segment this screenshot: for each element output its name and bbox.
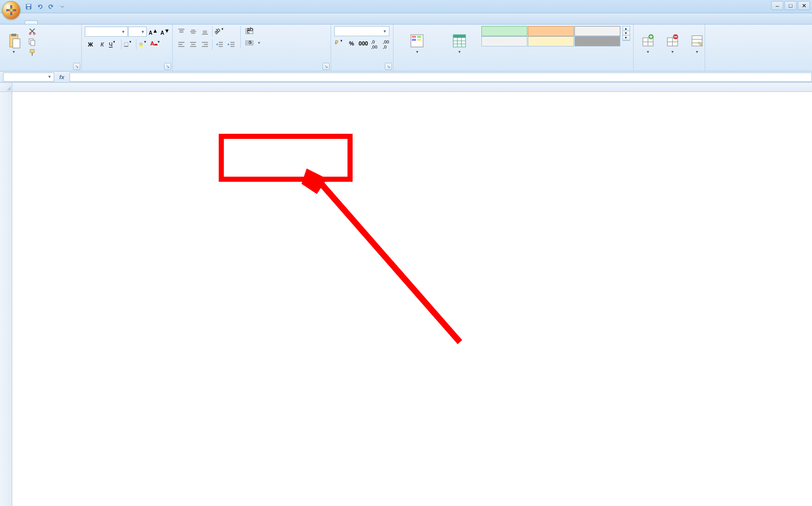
tab-insert[interactable] bbox=[38, 21, 50, 24]
insert-cells-button[interactable]: ▼ bbox=[637, 26, 659, 60]
svg-rect-11 bbox=[32, 53, 33, 56]
style-input[interactable] bbox=[528, 26, 574, 36]
group-clipboard: ▼ ↘ bbox=[0, 25, 82, 71]
align-middle-icon[interactable] bbox=[188, 26, 199, 37]
delete-cells-button[interactable]: ▼ bbox=[661, 26, 684, 60]
style-output[interactable] bbox=[574, 26, 620, 36]
cut-button[interactable] bbox=[27, 26, 39, 36]
align-left-icon[interactable] bbox=[176, 39, 187, 50]
number-dialog-icon[interactable]: ↘ bbox=[385, 63, 392, 70]
qat-more-icon[interactable] bbox=[57, 2, 67, 12]
svg-rect-47 bbox=[412, 39, 416, 41]
paste-button[interactable]: ▼ bbox=[3, 26, 25, 60]
group-cells: ▼ ▼ ▼ bbox=[634, 25, 705, 71]
group-font: ▼ ▼ A▲ A▼ Ж К Ч▼ ▼ ▼ A▼ ↘ bbox=[82, 25, 173, 71]
svg-text:a: a bbox=[248, 39, 252, 45]
ribbon-tabs bbox=[0, 13, 812, 25]
font-size-combo[interactable]: ▼ bbox=[128, 27, 147, 37]
fx-icon[interactable]: fx bbox=[57, 73, 66, 82]
name-box[interactable]: ▼ bbox=[3, 73, 54, 82]
close-button[interactable]: ✕ bbox=[798, 1, 810, 10]
tab-page-layout[interactable] bbox=[50, 21, 62, 24]
formula-input[interactable] bbox=[69, 73, 812, 82]
svg-rect-4 bbox=[11, 34, 16, 36]
tab-data[interactable] bbox=[75, 21, 87, 24]
clipboard-dialog-icon[interactable]: ↘ bbox=[73, 63, 80, 70]
font-color-icon[interactable]: A▼ bbox=[150, 39, 161, 50]
tab-view[interactable] bbox=[99, 21, 111, 24]
align-top-icon[interactable] bbox=[176, 26, 187, 37]
number-format-combo[interactable]: ▼ bbox=[334, 26, 389, 36]
comma-icon[interactable]: 000 bbox=[358, 38, 369, 49]
format-painter-button[interactable] bbox=[27, 47, 39, 58]
decrease-decimal-icon[interactable]: ,00,0 bbox=[381, 38, 392, 49]
style-hyperlink[interactable] bbox=[528, 36, 574, 46]
redo-icon[interactable] bbox=[46, 2, 56, 12]
decrease-indent-icon[interactable] bbox=[214, 39, 225, 50]
svg-rect-12 bbox=[124, 42, 128, 46]
svg-text:c: c bbox=[247, 28, 250, 34]
group-alignment: ab▼ abc a▼ ↘ bbox=[173, 25, 331, 71]
tab-formulas[interactable] bbox=[62, 21, 75, 24]
svg-rect-50 bbox=[453, 35, 466, 38]
italic-icon[interactable]: К bbox=[97, 39, 108, 50]
merge-center-button[interactable]: a▼ bbox=[244, 38, 262, 48]
align-bottom-icon[interactable] bbox=[199, 26, 211, 37]
row-headers[interactable] bbox=[0, 83, 12, 506]
office-button[interactable] bbox=[2, 1, 20, 19]
orientation-icon[interactable]: ab▼ bbox=[214, 26, 225, 37]
wrap-text-button[interactable]: abc bbox=[244, 26, 262, 36]
undo-icon[interactable] bbox=[35, 2, 45, 12]
save-icon[interactable] bbox=[24, 2, 34, 12]
tab-home[interactable] bbox=[25, 20, 38, 24]
format-cells-button[interactable]: ▼ bbox=[686, 26, 708, 60]
title-bar: – □ ✕ bbox=[0, 0, 812, 13]
maximize-button[interactable]: □ bbox=[784, 1, 797, 10]
alignment-dialog-icon[interactable]: ↘ bbox=[322, 63, 330, 70]
currency-icon[interactable]: ₽▼ bbox=[334, 38, 345, 49]
fill-color-icon[interactable]: ▼ bbox=[138, 39, 149, 50]
increase-decimal-icon[interactable]: ,0,00 bbox=[369, 38, 381, 49]
style-calc[interactable] bbox=[481, 36, 527, 46]
quick-access-toolbar bbox=[24, 2, 67, 12]
percent-icon[interactable]: % bbox=[346, 38, 357, 49]
svg-rect-5 bbox=[13, 39, 20, 48]
styles-scroll[interactable]: ▴▾▾ bbox=[622, 26, 630, 41]
ribbon: ▼ ↘ ▼ ▼ A▲ A▼ Ж К Ч▼ ▼ bbox=[0, 25, 812, 71]
minimize-button[interactable]: – bbox=[771, 1, 783, 10]
column-headers[interactable] bbox=[12, 83, 812, 92]
svg-rect-46 bbox=[417, 36, 421, 38]
underline-icon[interactable]: Ч▼ bbox=[108, 39, 120, 50]
svg-rect-2 bbox=[27, 7, 30, 9]
svg-rect-10 bbox=[30, 50, 34, 53]
copy-button[interactable] bbox=[27, 37, 39, 47]
font-name-combo[interactable]: ▼ bbox=[85, 27, 128, 37]
tab-review[interactable] bbox=[87, 21, 99, 24]
spreadsheet-grid bbox=[0, 83, 812, 506]
grow-font-icon[interactable]: A▲ bbox=[147, 26, 158, 37]
font-dialog-icon[interactable]: ↘ bbox=[164, 63, 171, 70]
format-as-table-button[interactable]: ▼ bbox=[440, 26, 479, 60]
bold-icon[interactable]: Ж bbox=[85, 39, 96, 50]
style-check[interactable] bbox=[574, 36, 620, 46]
svg-rect-45 bbox=[412, 36, 416, 38]
conditional-formatting-button[interactable]: ▼ bbox=[397, 26, 438, 60]
formula-bar: ▼ fx bbox=[0, 71, 812, 83]
cells-area[interactable] bbox=[12, 92, 812, 506]
shrink-font-icon[interactable]: A▼ bbox=[159, 26, 170, 37]
increase-indent-icon[interactable] bbox=[226, 39, 237, 50]
select-all-corner[interactable] bbox=[0, 83, 12, 92]
svg-rect-9 bbox=[31, 40, 35, 45]
svg-rect-48 bbox=[417, 39, 421, 41]
group-styles: ▼ ▼ ▴▾▾ bbox=[393, 25, 634, 71]
align-right-icon[interactable] bbox=[199, 39, 211, 50]
group-number: ▼ ₽▼ % 000 ,0,00 ,00,0 ↘ bbox=[331, 25, 393, 71]
align-center-icon[interactable] bbox=[188, 39, 199, 50]
svg-rect-14 bbox=[139, 46, 143, 46]
style-good[interactable] bbox=[481, 26, 527, 36]
svg-rect-1 bbox=[27, 4, 31, 6]
border-icon[interactable]: ▼ bbox=[123, 39, 134, 50]
